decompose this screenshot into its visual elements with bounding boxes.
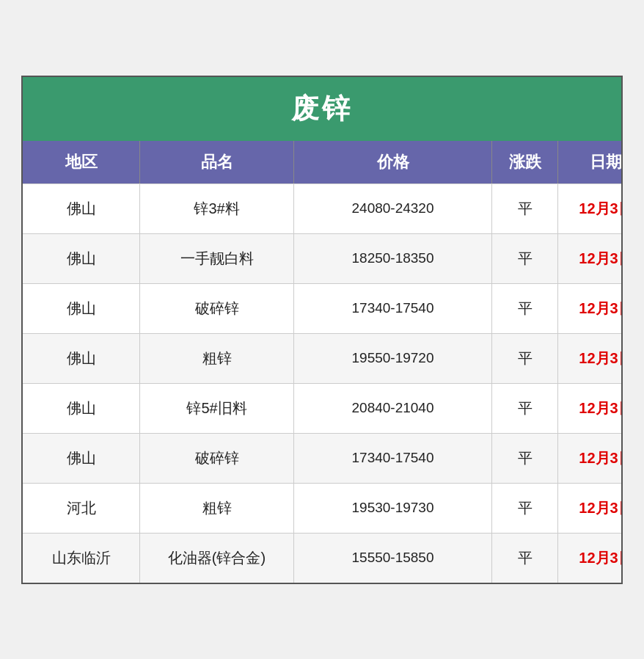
- cell-change: 平: [492, 484, 558, 533]
- cell-change: 平: [492, 334, 558, 383]
- cell-price: 24080-24320: [294, 184, 492, 233]
- table-row: 山东临沂化油器(锌合金)15550-15850平12月3日: [23, 533, 621, 583]
- table-row: 佛山锌3#料24080-24320平12月3日: [23, 183, 621, 233]
- cell-product: 粗锌: [140, 484, 294, 533]
- cell-region: 佛山: [23, 234, 140, 283]
- cell-product: 粗锌: [140, 334, 294, 383]
- header-change: 涨跌: [492, 141, 558, 183]
- title-row: 废锌: [23, 77, 621, 141]
- header-date: 日期: [558, 141, 623, 183]
- cell-price: 17340-17540: [294, 284, 492, 333]
- cell-region: 河北: [23, 484, 140, 533]
- header-price: 价格: [294, 141, 492, 183]
- cell-date: 12月3日: [558, 334, 623, 383]
- cell-date: 12月3日: [558, 484, 623, 533]
- table-body: 佛山锌3#料24080-24320平12月3日佛山一手靓白料18250-1835…: [23, 183, 621, 583]
- cell-change: 平: [492, 234, 558, 283]
- table-row: 佛山一手靓白料18250-18350平12月3日: [23, 233, 621, 283]
- table-row: 佛山粗锌19550-19720平12月3日: [23, 333, 621, 383]
- cell-product: 锌5#旧料: [140, 384, 294, 433]
- cell-region: 佛山: [23, 184, 140, 233]
- cell-price: 17340-17540: [294, 434, 492, 483]
- cell-region: 佛山: [23, 334, 140, 383]
- cell-date: 12月3日: [558, 184, 623, 233]
- cell-change: 平: [492, 434, 558, 483]
- cell-change: 平: [492, 534, 558, 583]
- cell-change: 平: [492, 184, 558, 233]
- cell-region: 佛山: [23, 284, 140, 333]
- table-row: 佛山锌5#旧料20840-21040平12月3日: [23, 383, 621, 433]
- table-row: 佛山破碎锌17340-17540平12月3日: [23, 433, 621, 483]
- cell-region: 山东临沂: [23, 534, 140, 583]
- cell-product: 一手靓白料: [140, 234, 294, 283]
- table-row: 河北粗锌19530-19730平12月3日: [23, 483, 621, 533]
- cell-date: 12月3日: [558, 534, 623, 583]
- main-table: 废锌 地区 品名 价格 涨跌 日期 佛山锌3#料24080-24320平12月3…: [21, 76, 623, 584]
- cell-region: 佛山: [23, 384, 140, 433]
- cell-price: 19530-19730: [294, 484, 492, 533]
- cell-date: 12月3日: [558, 384, 623, 433]
- cell-price: 15550-15850: [294, 534, 492, 583]
- cell-product: 锌3#料: [140, 184, 294, 233]
- table-row: 佛山破碎锌17340-17540平12月3日: [23, 283, 621, 333]
- header-product: 品名: [140, 141, 294, 183]
- cell-price: 19550-19720: [294, 334, 492, 383]
- cell-product: 破碎锌: [140, 284, 294, 333]
- cell-date: 12月3日: [558, 234, 623, 283]
- cell-date: 12月3日: [558, 434, 623, 483]
- header-region: 地区: [23, 141, 140, 183]
- cell-price: 18250-18350: [294, 234, 492, 283]
- cell-product: 化油器(锌合金): [140, 534, 294, 583]
- cell-date: 12月3日: [558, 284, 623, 333]
- cell-product: 破碎锌: [140, 434, 294, 483]
- cell-region: 佛山: [23, 434, 140, 483]
- cell-price: 20840-21040: [294, 384, 492, 433]
- cell-change: 平: [492, 284, 558, 333]
- page-title: 废锌: [291, 93, 353, 124]
- cell-change: 平: [492, 384, 558, 433]
- table-header: 地区 品名 价格 涨跌 日期: [23, 141, 621, 183]
